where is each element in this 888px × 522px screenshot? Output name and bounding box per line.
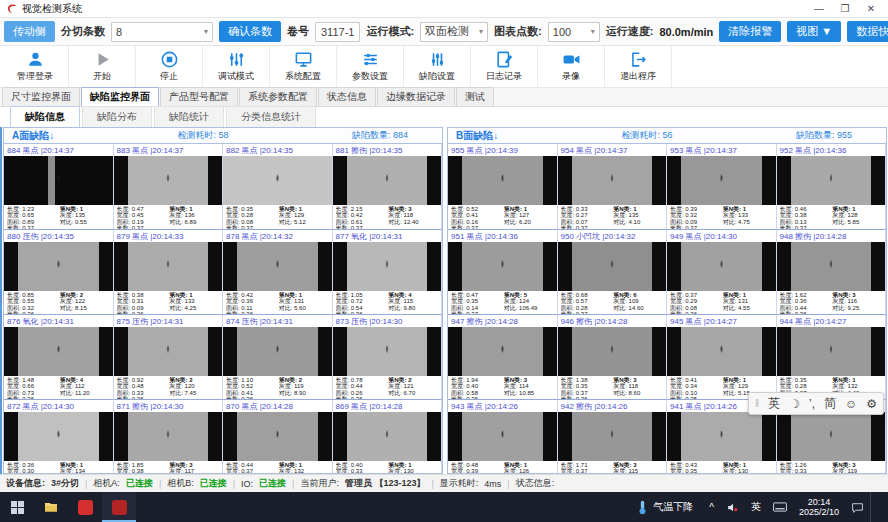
defect-cell[interactable]: 942 擦伤 |20:14:26长度: 1.71宽度: 0.37面积: 0.48… xyxy=(558,399,668,473)
run-mode-select[interactable]: 双面检测 ▾ xyxy=(420,22,488,42)
defect-cell[interactable]: 943 黑点 |20:14:26长度: 0.48宽度: 0.39面积: 0.14… xyxy=(448,399,558,473)
weather-widget[interactable]: 气温下降 xyxy=(627,492,703,522)
sub-tab-1[interactable]: 缺陷分布 xyxy=(82,106,152,128)
main-tab-2[interactable]: 产品型号配置 xyxy=(160,87,238,106)
ime-lang-toggle[interactable]: 英 xyxy=(768,395,780,412)
defect-cell[interactable]: 877 氧化 |20:14:31长度: 1.05宽度: 0.72面积: 0.54… xyxy=(333,229,443,314)
action-stop-button[interactable]: 停止 xyxy=(136,46,203,87)
defect-info: 长度: 0.46宽度: 0.38面积: 0.13米数: 0.37第N类: 1灰度… xyxy=(777,205,886,229)
defect-cell[interactable]: 884 黑点 |20:14:37长度: 1.23宽度: 0.65面积: 0.89… xyxy=(4,144,114,229)
defect-cell[interactable]: 954 黑点 |20:14:37长度: 0.33宽度: 0.27面积: 0.07… xyxy=(558,144,668,229)
taskbar-clock[interactable]: 20:14 2025/2/10 xyxy=(793,492,845,522)
defect-cell[interactable]: 880 压伤 |20:14:35长度: 0.85宽度: 0.55面积: 0.32… xyxy=(4,229,114,314)
action-exit-button[interactable]: 退出程序 xyxy=(605,46,672,87)
panel-title[interactable]: A面缺陷↓ xyxy=(12,129,54,143)
slit-count-select[interactable]: 8 ▾ xyxy=(111,22,213,42)
action-journal-button[interactable]: 日志记录 xyxy=(471,46,538,87)
defect-cell-header: 943 黑点 |20:14:26 xyxy=(448,400,557,412)
clear-alarm-button[interactable]: 清除报警 xyxy=(719,21,781,42)
main-tab-1[interactable]: 缺陷监控界面 xyxy=(81,87,159,106)
defect-info-right: 第N类: 1灰度: 132对比: 5.40 xyxy=(279,462,330,473)
defect-cell[interactable]: 948 擦伤 |20:14:28长度: 1.62宽度: 0.36面积: 0.44… xyxy=(777,229,887,314)
defect-cell[interactable]: 873 压伤 |20:14:30长度: 0.78宽度: 0.44面积: 0.26… xyxy=(333,314,443,399)
ime-fullwidth-moon-icon[interactable]: ☽ xyxy=(789,397,800,411)
maximize-button[interactable]: ❐ xyxy=(832,1,858,17)
confirm-count-button[interactable]: 确认条数 xyxy=(219,21,281,42)
action-monitor-button[interactable]: 系统配置 xyxy=(270,46,337,87)
defect-info: 长度: 1.48宽度: 0.66面积: 0.73米数: 0.36第N类: 4灰度… xyxy=(4,376,113,399)
defect-cell[interactable]: 875 压伤 |20:14:31长度: 0.92宽度: 0.48面积: 0.33… xyxy=(114,314,224,399)
defect-cell[interactable]: 955 黑点 |20:14:39长度: 0.52宽度: 0.41面积: 0.16… xyxy=(448,144,558,229)
defect-cell[interactable]: 944 黑点 |20:14:27长度: 0.35宽度: 0.28面积: 0.07… xyxy=(777,314,887,399)
defect-cell[interactable]: 952 黑点 |20:14:36长度: 0.46宽度: 0.38面积: 0.13… xyxy=(777,144,887,229)
defect-cell[interactable]: 950 小凹坑 |20:14:32长度: 0.68宽度: 0.57面积: 0.2… xyxy=(558,229,668,314)
defect-cell-header: 870 黑点 |20:14:28 xyxy=(223,400,332,412)
defect-cell[interactable]: 879 黑点 |20:14:33长度: 0.38宽度: 0.31面积: 0.09… xyxy=(114,229,224,314)
ime-language-button[interactable]: 英 xyxy=(745,492,767,522)
start-button[interactable] xyxy=(0,492,34,522)
field-contrast: 对比: 11.20 xyxy=(60,390,111,396)
defect-cell[interactable]: 872 黑点 |20:14:30长度: 0.36宽度: 0.30面积: 0.08… xyxy=(4,399,114,473)
defect-cell[interactable]: 870 黑点 |20:14:28长度: 0.44宽度: 0.37面积: 0.12… xyxy=(223,399,333,473)
defect-image xyxy=(114,242,223,291)
minimize-button[interactable]: — xyxy=(806,1,832,17)
touch-keyboard-button[interactable] xyxy=(767,492,793,522)
defect-cell[interactable]: 871 擦伤 |20:14:30长度: 1.85宽度: 0.38面积: 0.52… xyxy=(114,399,224,473)
action-camera-button[interactable]: 录像 xyxy=(538,46,605,87)
defect-cell[interactable]: 946 擦伤 |20:14:28长度: 1.38宽度: 0.35面积: 0.37… xyxy=(558,314,668,399)
defect-cell[interactable]: 876 氧化 |20:14:31长度: 1.48宽度: 0.66面积: 0.73… xyxy=(4,314,114,399)
view-menu-button[interactable]: 视图 ▼ xyxy=(787,21,841,42)
sub-tab-0[interactable]: 缺陷信息 xyxy=(10,106,80,128)
file-explorer-button[interactable] xyxy=(34,492,68,522)
defect-cell[interactable]: 882 黑点 |20:14:35长度: 0.35宽度: 0.28面积: 0.08… xyxy=(223,144,333,229)
defect-cell[interactable]: 953 黑点 |20:14:37长度: 0.39宽度: 0.32面积: 0.09… xyxy=(667,144,777,229)
close-button[interactable]: ✕ xyxy=(858,1,884,17)
action-user-button[interactable]: 管理登录 xyxy=(2,46,69,87)
sub-tab-2[interactable]: 缺陷统计 xyxy=(154,106,224,128)
ime-simplified-toggle[interactable]: 简 xyxy=(824,395,836,412)
main-tab-0[interactable]: 尺寸监控界面 xyxy=(2,87,80,106)
action-sliders-button[interactable]: 参数设置 xyxy=(337,46,404,87)
panel-title[interactable]: B面缺陷↓ xyxy=(456,129,498,143)
defect-cell[interactable]: 949 黑点 |20:14:30长度: 0.37宽度: 0.29面积: 0.08… xyxy=(667,229,777,314)
main-tab-3[interactable]: 系统参数配置 xyxy=(239,87,317,106)
chart-points-value: 100 xyxy=(553,26,571,38)
main-tab-6[interactable]: 测试 xyxy=(456,87,494,106)
defect-cell[interactable]: 878 黑点 |20:14:32长度: 0.42宽度: 0.36面积: 0.11… xyxy=(223,229,333,314)
notification-center-button[interactable] xyxy=(845,492,870,522)
app-taskbar-item-1[interactable] xyxy=(68,492,102,522)
ime-grip-handle[interactable]: ‖ xyxy=(755,398,759,409)
main-tab-4[interactable]: 状态信息 xyxy=(318,87,376,106)
defect-cell[interactable]: 881 擦伤 |20:14:35长度: 2.15宽度: 0.42面积: 0.61… xyxy=(333,144,443,229)
ime-punctuation-toggle[interactable]: ’, xyxy=(809,397,815,411)
show-desktop-button[interactable] xyxy=(870,492,888,522)
defect-cell[interactable]: 874 压伤 |20:14:31长度: 1.10宽度: 0.52面积: 0.41… xyxy=(223,314,333,399)
app-taskbar-item-2[interactable] xyxy=(102,492,136,522)
ime-settings-gear-icon[interactable]: ⚙ xyxy=(866,397,877,411)
defect-cell[interactable]: 947 擦伤 |20:14:28长度: 1.94宽度: 0.40面积: 0.58… xyxy=(448,314,558,399)
main-tab-5[interactable]: 边缘数据记录 xyxy=(377,87,455,106)
defect-cell[interactable]: 945 黑点 |20:14:27长度: 0.41宽度: 0.34面积: 0.10… xyxy=(667,314,777,399)
defect-cell[interactable]: 951 黑点 |20:14:36长度: 0.47宽度: 0.35面积: 0.14… xyxy=(448,229,558,314)
ime-emoji-icon[interactable]: ☺ xyxy=(845,397,857,411)
drive-side-button[interactable]: 传动侧 xyxy=(4,21,55,42)
camera-b-status: 已连接 xyxy=(200,477,227,490)
chart-points-select[interactable]: 100 ▾ xyxy=(548,22,600,42)
tune-icon xyxy=(227,50,246,69)
ime-language-label: 英 xyxy=(751,500,761,514)
volume-button[interactable] xyxy=(720,492,745,522)
action-levels-button[interactable]: 缺陷设置 xyxy=(404,46,471,87)
tray-chevron[interactable]: ^ xyxy=(703,492,720,522)
defect-cell[interactable]: 869 黑点 |20:14:28长度: 0.40宽度: 0.33面积: 0.10… xyxy=(333,399,443,473)
action-play-button[interactable]: 开始 xyxy=(69,46,136,87)
window-title: 视觉检测系统 xyxy=(22,2,82,16)
action-tune-button[interactable]: 调试模式 xyxy=(203,46,270,87)
defect-cell[interactable]: 883 黑点 |20:14:37长度: 0.47宽度: 0.45面积: 0.19… xyxy=(114,144,224,229)
roll-number-input[interactable]: 3117-1 xyxy=(315,22,360,42)
sub-tab-3[interactable]: 分类信息统计 xyxy=(226,106,316,128)
data-quick-access-button[interactable]: 数据快捷访问 ▼ xyxy=(847,21,888,42)
field-contrast: 对比: 7.45 xyxy=(169,390,220,396)
defect-info-left: 长度: 0.68宽度: 0.57面积: 0.28米数: 0.37 xyxy=(561,292,612,314)
weather-text: 气温下降 xyxy=(653,500,693,514)
ime-toolbar[interactable]: ‖ 英☽’,简☺⚙ xyxy=(748,392,884,415)
